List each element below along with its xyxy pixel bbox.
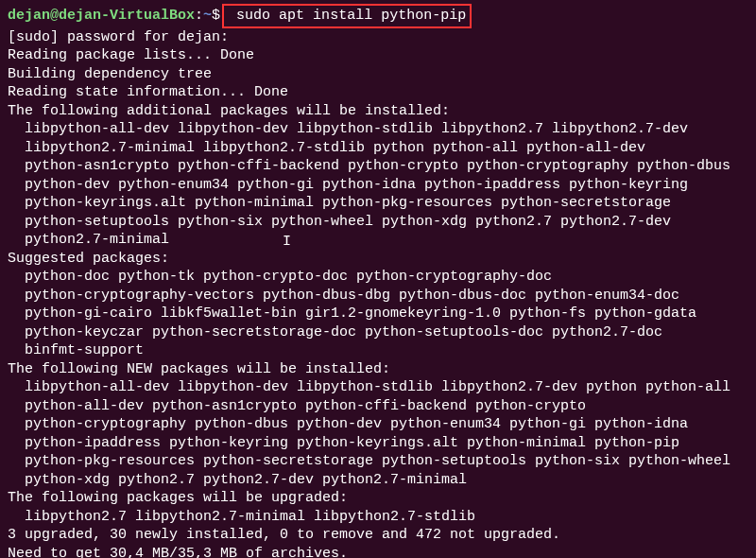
package-text: python2.7-minimal [25, 232, 169, 248]
package-list-line: libpython-all-dev libpython-dev libpytho… [8, 120, 748, 139]
output-line: Need to get 30,4 MB/35,3 MB of archives. [8, 545, 748, 559]
output-line: The following NEW packages will be insta… [8, 360, 748, 379]
package-list-line: binfmt-support [8, 341, 748, 360]
prompt-colon: : [195, 8, 203, 24]
command-highlight: sudo apt install python-pip [222, 4, 472, 28]
package-text: python-setuptools python-six python-whee… [25, 214, 671, 230]
package-list-line: python2.7-minimalI [8, 231, 748, 250]
package-list-line: python-pkg-resources python-secretstorag… [8, 452, 748, 471]
package-list-line: python-dev python-enum34 python-gi pytho… [8, 176, 748, 195]
output-line: [sudo] password for dejan: [8, 28, 748, 47]
package-list-line: libpython2.7 libpython2.7-minimal libpyt… [8, 508, 748, 527]
output-line: Reading state information... Done [8, 83, 748, 102]
output-line: Building dependency tree [8, 65, 748, 84]
package-list-line: python-setuptools python-six python-whee… [8, 213, 748, 232]
package-list-line: python-keyczar python-secretstorage-doc … [8, 323, 748, 342]
output-line: Suggested packages: [8, 250, 748, 269]
output-line: Reading package lists... Done [8, 46, 748, 65]
package-list-line: python-gi-cairo libkf5wallet-bin gir1.2-… [8, 305, 748, 323]
output-line: The following additional packages will b… [8, 102, 748, 121]
package-list-line: python-asn1crypto python-cffi-backend py… [8, 157, 748, 176]
package-list-line: python-cryptography-vectors python-dbus-… [8, 287, 748, 305]
package-list-line: python-all-dev python-asn1crypto python-… [8, 397, 748, 416]
output-line: 3 upgraded, 30 newly installed, 0 to rem… [8, 526, 748, 545]
prompt-path: ~ [203, 8, 212, 24]
prompt-dollar: $ [212, 8, 220, 24]
package-list-line: python-keyrings.alt python-minimal pytho… [8, 194, 748, 213]
prompt-line: dejan@dejan-VirtualBox:~$ sudo apt insta… [8, 4, 748, 28]
output-line: The following packages will be upgraded: [8, 489, 748, 508]
package-list-line: python-doc python-tk python-crypto-doc p… [8, 268, 748, 287]
package-list-line: python-cryptography python-dbus python-d… [8, 415, 748, 434]
package-list-line: libpython-all-dev libpython-dev libpytho… [8, 378, 748, 397]
command-text: sudo apt install python-pip [228, 8, 466, 24]
package-list-line: python-xdg python2.7 python2.7-dev pytho… [8, 471, 748, 490]
prompt-user-host: dejan@dejan-VirtualBox [8, 8, 195, 24]
package-list-line: python-ipaddress python-keyring python-k… [8, 434, 748, 453]
text-cursor-icon: I [283, 233, 291, 252]
package-list-line: libpython2.7-minimal libpython2.7-stdlib… [8, 139, 748, 158]
